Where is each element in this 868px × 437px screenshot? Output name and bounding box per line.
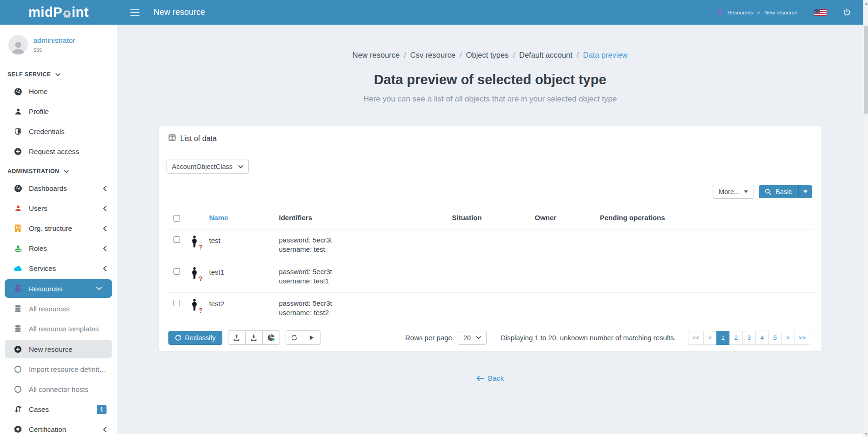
upload-button[interactable] xyxy=(228,330,246,345)
database-icon xyxy=(13,285,23,293)
row-checkbox[interactable] xyxy=(174,236,180,243)
sidebar-item-all-resource-templates[interactable]: All resource templates xyxy=(0,319,117,339)
scrollbar-up-arrow[interactable] xyxy=(863,0,868,7)
sidebar-item-services[interactable]: Services xyxy=(0,258,117,278)
reclassify-label: Reclassify xyxy=(185,334,216,342)
sidebar-item-all-connector-hosts[interactable]: All connector hosts xyxy=(0,379,117,399)
breadcrumb-current-page[interactable]: New resource xyxy=(764,10,797,15)
play-icon xyxy=(308,335,314,341)
plus-circle-icon xyxy=(13,345,23,353)
page-3-button[interactable]: 3 xyxy=(742,331,756,345)
page-5-button[interactable]: 5 xyxy=(768,331,782,345)
sidebar-item-credentials[interactable]: Credentials xyxy=(0,121,117,141)
table-header-row: Name Identifiers Situation Owner Pending… xyxy=(167,206,814,229)
sync-icon xyxy=(291,334,298,341)
locale-flag-us-icon[interactable] xyxy=(815,9,827,16)
app-logo[interactable]: midP int xyxy=(0,0,117,25)
users-icon xyxy=(13,205,23,212)
chevron-down-icon xyxy=(238,165,243,168)
row-checkbox[interactable] xyxy=(174,300,180,306)
row-checkbox[interactable] xyxy=(174,268,180,275)
page-next-button[interactable]: > xyxy=(781,331,795,345)
cases-arrows-icon xyxy=(13,405,23,413)
sidebar-item-import-resource-definition[interactable]: Import resource definit… xyxy=(0,359,117,379)
sidebar-item-label: Services xyxy=(29,264,56,272)
page-prev-button[interactable]: < xyxy=(703,331,717,345)
object-class-select[interactable]: AccountObjectClass xyxy=(167,160,249,174)
back-button[interactable]: Back xyxy=(476,374,504,383)
sidebar-item-label: Certification xyxy=(29,425,66,433)
sidebar-item-roles[interactable]: Roles xyxy=(0,238,117,258)
rows-per-page-select[interactable]: 20 xyxy=(458,331,487,345)
section-self-service[interactable]: SELF SERVICE xyxy=(0,57,117,81)
page-2-button[interactable]: 2 xyxy=(729,331,743,345)
scrollbar-down-arrow[interactable] xyxy=(863,430,868,437)
more-filters-button[interactable]: More... xyxy=(713,185,754,199)
page-last-button[interactable]: >> xyxy=(795,331,810,345)
download-button[interactable] xyxy=(245,330,263,345)
breadcrumb-separator: / xyxy=(513,51,515,60)
sidebar-item-profile[interactable]: Profile xyxy=(0,101,117,121)
sidebar-item-org-structure[interactable]: Org. structure xyxy=(0,218,117,238)
page-scrollbar[interactable] xyxy=(863,0,868,437)
caret-down-icon xyxy=(803,190,808,193)
column-header-situation: Situation xyxy=(452,214,535,222)
refresh-button[interactable] xyxy=(286,330,303,345)
basic-search-button[interactable]: Basic xyxy=(759,185,798,198)
page-first-button[interactable]: << xyxy=(688,331,704,345)
sidebar-item-cases[interactable]: Cases 1 xyxy=(0,399,117,419)
sidebar-item-label: New resource xyxy=(29,345,73,353)
user-subtitle: sss xyxy=(33,47,75,53)
sidebar-item-certification[interactable]: Certification xyxy=(0,419,117,437)
row-name-link[interactable]: test2 xyxy=(209,299,279,308)
sidebar-item-users[interactable]: Users xyxy=(0,198,117,218)
row-identifiers: password: 5ecr3t username: test xyxy=(279,235,452,254)
rows-per-page-value: 20 xyxy=(463,334,471,342)
row-name-link[interactable]: test xyxy=(209,235,279,244)
sidebar-item-label: Import resource definit… xyxy=(29,365,106,373)
scrollbar-thumb[interactable] xyxy=(864,26,868,114)
search-mode-caret[interactable] xyxy=(798,185,812,198)
wizard-step-default-account[interactable]: Default account xyxy=(519,51,573,60)
sidebar-item-all-resources[interactable]: All resources xyxy=(0,299,117,319)
wizard-step-data-preview[interactable]: Data preview xyxy=(583,51,628,60)
topbar-page-title: New resource xyxy=(154,7,205,17)
upload-icon xyxy=(233,334,240,341)
breadcrumb-separator: > xyxy=(757,10,760,15)
wizard-step-object-types[interactable]: Object types xyxy=(466,51,509,60)
account-shadow-icon: ? xyxy=(190,235,201,249)
logo-text-suffix: int xyxy=(72,5,89,20)
logout-power-icon[interactable] xyxy=(843,8,851,16)
chevron-down-icon xyxy=(96,287,102,290)
table-icon xyxy=(168,134,176,143)
gauge-icon xyxy=(13,87,23,96)
table-row: ? test1 password: 5ecr3t username: test1 xyxy=(167,261,814,293)
sidebar-item-label: Roles xyxy=(29,244,47,252)
reclassify-button[interactable]: Reclassify xyxy=(168,331,222,345)
basic-search-split-button[interactable]: Basic xyxy=(759,185,812,198)
sidebar-item-dashboards[interactable]: Dashboards xyxy=(0,178,117,198)
row-name-link[interactable]: test1 xyxy=(209,267,279,276)
basic-button-label: Basic xyxy=(775,188,792,195)
page-1-button[interactable]: 1 xyxy=(716,331,730,345)
sidebar-item-resources[interactable]: Resources xyxy=(5,279,112,298)
sidebar-item-label: Users xyxy=(29,204,47,212)
question-mark-badge: ? xyxy=(199,275,203,282)
wizard-step-new-resource[interactable]: New resource xyxy=(352,51,400,60)
select-all-checkbox[interactable] xyxy=(174,215,180,222)
breadcrumb-resources-link[interactable]: Resources xyxy=(728,10,753,15)
section-administration[interactable]: ADMINISTRATION xyxy=(0,161,117,178)
user-name-link[interactable]: administrator xyxy=(33,36,75,45)
column-header-name[interactable]: Name xyxy=(209,214,279,222)
sidebar-item-home[interactable]: Home xyxy=(0,81,117,101)
play-button[interactable] xyxy=(303,330,320,345)
menu-toggle-button[interactable] xyxy=(130,9,140,16)
create-report-button[interactable] xyxy=(262,330,280,345)
sidebar-item-request-access[interactable]: Request access xyxy=(0,141,117,161)
section-label: ADMINISTRATION xyxy=(7,168,59,175)
card-title: List of data xyxy=(180,134,217,143)
wizard-step-csv-resource[interactable]: Csv resource xyxy=(410,51,455,60)
sidebar-item-new-resource[interactable]: New resource xyxy=(5,340,112,358)
avatar[interactable] xyxy=(8,35,28,54)
page-4-button[interactable]: 4 xyxy=(755,331,769,345)
